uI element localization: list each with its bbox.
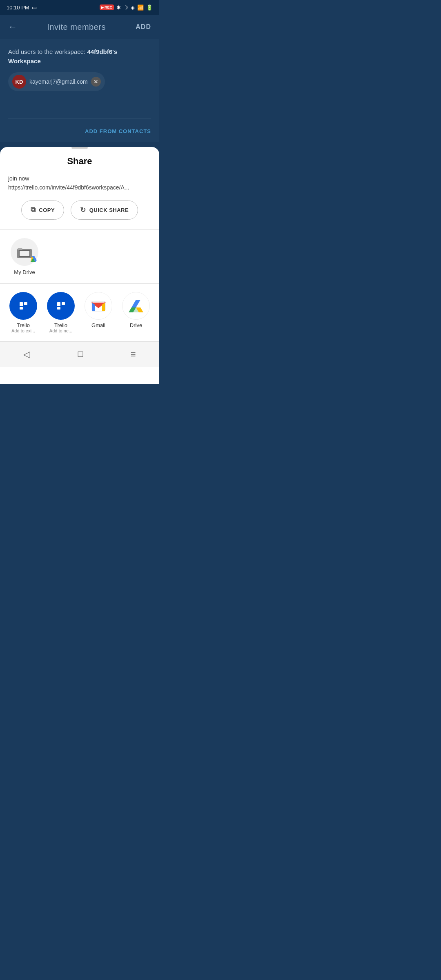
- rec-badge: ▶ REC: [100, 4, 114, 10]
- add-from-contacts-button[interactable]: ADD FROM CONTACTS: [85, 128, 151, 134]
- quick-share-icon: ↻: [80, 206, 86, 214]
- drive-name: Drive: [130, 322, 142, 328]
- email-input[interactable]: [8, 98, 151, 118]
- svg-rect-4: [20, 251, 29, 256]
- top-bar: ← Invite members ADD: [0, 15, 159, 39]
- navigation-bar: ◁ ☐ ≡: [0, 341, 159, 367]
- video-camera-icon: ▭: [32, 4, 37, 11]
- my-drive-icon-circle: [11, 238, 38, 266]
- share-link-area: join now https://trello.com/invite/44f9d…: [0, 172, 159, 200]
- svg-marker-18: [131, 300, 140, 307]
- home-nav-button[interactable]: ☐: [69, 348, 92, 361]
- add-button[interactable]: ADD: [136, 23, 151, 31]
- quick-share-button[interactable]: ↻ QUICK SHARE: [71, 200, 138, 220]
- status-icons: ▶ REC ✱ ☽ ◈ 📶 🔋: [100, 4, 153, 11]
- email-chip: KD kayemarj7@gmail.com ✕: [8, 72, 105, 91]
- status-time: 10:10 PM ▭: [7, 4, 37, 11]
- battery-icon: 🔋: [146, 4, 153, 11]
- google-drive-badge: [29, 256, 37, 265]
- trello-logo: [20, 302, 27, 310]
- add-from-contacts-area: ADD FROM CONTACTS: [8, 122, 151, 136]
- gmail-logo: [91, 300, 106, 312]
- trello-icon-1: [9, 292, 37, 320]
- copy-icon: ⧉: [31, 206, 36, 214]
- remove-email-button[interactable]: ✕: [91, 77, 101, 87]
- sheet-divider-2: [0, 283, 159, 284]
- invite-section: Add users to the workspace: 44f9dbf6's W…: [0, 39, 159, 142]
- trello-1-sub: Add to exi...: [11, 328, 35, 333]
- trello-1-name: Trello: [17, 322, 30, 328]
- app-drive[interactable]: Drive: [119, 292, 153, 333]
- my-drive-section: My Drive: [0, 238, 159, 283]
- trello-icon-2: [47, 292, 75, 320]
- trello-logo-2: [57, 302, 65, 310]
- drive-logo: [127, 298, 145, 313]
- bottom-sheet: Share join now https://trello.com/invite…: [0, 147, 159, 384]
- email-text: kayemarj7@gmail.com: [29, 78, 88, 85]
- gmail-icon-circle: [85, 292, 112, 320]
- moon-icon: ☽: [123, 4, 128, 11]
- svg-rect-2: [18, 248, 22, 250]
- wifi-icon: 📶: [137, 4, 144, 11]
- page-title: Invite members: [47, 22, 106, 32]
- my-drive-label: My Drive: [14, 269, 35, 275]
- trello-2-name: Trello: [54, 322, 67, 328]
- back-nav-button[interactable]: ◁: [15, 347, 38, 361]
- menu-nav-button[interactable]: ≡: [122, 347, 144, 361]
- svg-rect-5: [23, 257, 26, 258]
- status-bar: 10:10 PM ▭ ▶ REC ✱ ☽ ◈ 📶 🔋: [0, 0, 159, 15]
- app-trello-existing[interactable]: Trello Add to exi...: [7, 292, 40, 333]
- drive-icon-circle: [122, 292, 150, 320]
- sheet-title: Share: [0, 152, 159, 172]
- bluetooth-icon: ✱: [116, 4, 121, 11]
- divider: [8, 118, 151, 118]
- location-icon: ◈: [131, 4, 135, 11]
- my-drive-item[interactable]: My Drive: [8, 238, 41, 275]
- sheet-divider-1: [0, 229, 159, 230]
- action-buttons: ⧉ COPY ↻ QUICK SHARE: [0, 200, 159, 229]
- share-link-text: join now https://trello.com/invite/44f9d…: [8, 174, 151, 192]
- sheet-handle: [71, 147, 88, 149]
- apps-grid: Trello Add to exi... Trello Add to ne...: [0, 292, 159, 341]
- avatar: KD: [12, 75, 26, 89]
- app-gmail[interactable]: Gmail: [82, 292, 115, 333]
- back-button[interactable]: ←: [8, 22, 17, 32]
- gmail-name: Gmail: [91, 322, 105, 328]
- copy-button[interactable]: ⧉ COPY: [21, 200, 64, 220]
- trello-2-sub: Add to ne...: [49, 328, 72, 333]
- invite-description: Add users to the workspace: 44f9dbf6's W…: [8, 47, 151, 66]
- app-trello-new[interactable]: Trello Add to ne...: [44, 292, 78, 333]
- clock: 10:10 PM: [7, 4, 29, 11]
